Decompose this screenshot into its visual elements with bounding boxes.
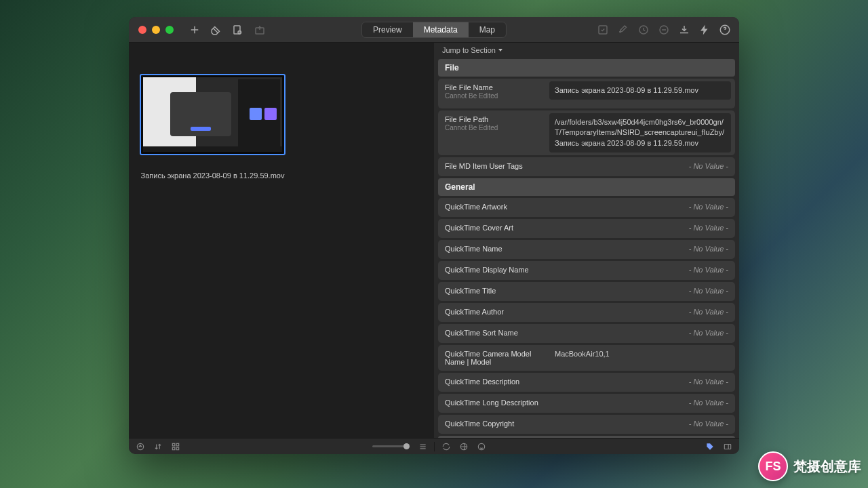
row-file-name[interactable]: File File Name Cannot Be Edited Запись э… [438,79,735,108]
traffic-lights [138,26,174,34]
nav-icon[interactable] [136,442,145,451]
svg-rect-15 [176,447,179,450]
row-qt-artwork[interactable]: QuickTime Artwork - No Value - [438,198,735,217]
grid-icon[interactable] [171,442,180,451]
row-file-path[interactable]: File File Path Cannot Be Edited /var/fol… [438,110,735,155]
sublabel-cannot-edit: Cannot Be Edited [445,92,549,100]
row-qt-sort-name[interactable]: QuickTime Sort Name - No Value - [438,324,735,343]
value-qt-title: - No Value - [496,287,728,295]
maximize-button[interactable] [165,26,174,34]
bolt-icon[interactable] [698,24,711,36]
value-qt-copyright: - No Value - [514,420,728,428]
bottom-bar [129,438,739,454]
label-qt-camera-model: QuickTime Camera Model Name | Model [445,350,549,366]
metadata-pane: Jump to Section File File File Name Cann… [434,43,739,438]
svg-rect-3 [234,26,240,34]
metadata-list[interactable]: File File File Name Cannot Be Edited Зап… [434,58,739,438]
value-qt-artwork: - No Value - [507,203,728,211]
label-qt-title: QuickTime Title [445,287,496,295]
jump-to-section[interactable]: Jump to Section [434,43,739,58]
row-qt-display-name[interactable]: QuickTime Display Name - No Value - [438,261,735,280]
app-window: Preview Metadata Map [129,17,739,454]
label-file-name: File File Name [445,83,549,92]
sublabel-cannot-edit: Cannot Be Edited [445,124,549,131]
thumbnail-image [140,74,285,155]
export-icon[interactable] [254,24,266,36]
label-qt-description: QuickTime Description [445,378,519,386]
row-qt-title[interactable]: QuickTime Title - No Value - [438,282,735,301]
thumbnail-item[interactable]: Запись экрана 2023-08-09 в 11.29.59.mov [140,74,285,180]
svg-point-20 [478,443,484,449]
watermark-badge: FS [758,451,788,481]
toolbar-right-icons [597,24,731,36]
label-qt-artwork: QuickTime Artwork [445,203,507,211]
label-qt-copyright: QuickTime Copyright [445,420,514,428]
label-qt-display-name: QuickTime Display Name [445,266,529,274]
row-qt-long-description[interactable]: QuickTime Long Description - No Value - [438,394,735,413]
thumbnail-filename: Запись экрана 2023-08-09 в 11.29.59.mov [140,171,285,180]
brush-icon[interactable] [617,24,629,36]
value-qt-display-name: - No Value - [529,266,728,274]
tab-metadata[interactable]: Metadata [413,22,469,37]
help-icon[interactable] [719,24,731,36]
reload-icon[interactable] [441,442,451,451]
value-file-path: /var/folders/b3/sxw4j50d44jcm0hg3rs6v_br… [549,113,731,152]
row-qt-author[interactable]: QuickTime Author - No Value - [438,303,735,322]
geo-icon[interactable] [459,442,469,451]
thumbnail-pane: Запись экрана 2023-08-09 в 11.29.59.mov [129,43,434,438]
download-icon[interactable] [678,24,690,36]
value-qt-sort-name: - No Value - [518,329,728,337]
row-user-tags[interactable]: File MD Item User Tags - No Value - [438,157,735,176]
value-qt-name: - No Value - [502,245,728,253]
value-user-tags: - No Value - [523,162,728,170]
erase-icon[interactable] [210,24,222,36]
row-qt-camera-model[interactable]: QuickTime Camera Model Name | Model MacB… [438,345,735,371]
edit-icon[interactable] [597,24,609,36]
zoom-slider[interactable] [372,445,410,447]
toolbar-left-icons [189,24,266,36]
row-qt-name[interactable]: QuickTime Name - No Value - [438,240,735,259]
sort-icon[interactable] [153,442,163,451]
label-qt-long-description: QuickTime Long Description [445,399,538,407]
minimize-button[interactable] [152,26,160,34]
row-qt-description[interactable]: QuickTime Description - No Value - [438,373,735,392]
value-qt-author: - No Value - [504,308,728,316]
smile-icon[interactable] [477,442,486,451]
content-area: Запись экрана 2023-08-09 в 11.29.59.mov … [129,43,739,438]
value-qt-camera-model: MacBookAir10,1 [549,350,728,358]
inspect-icon[interactable] [232,24,244,36]
tab-map[interactable]: Map [469,22,506,37]
add-icon[interactable] [189,24,201,36]
value-qt-description: - No Value - [519,378,728,386]
panel-icon[interactable] [723,442,732,451]
close-button[interactable] [138,26,146,34]
svg-rect-21 [724,444,730,449]
remove-icon[interactable] [658,24,670,36]
label-qt-sort-name: QuickTime Sort Name [445,329,518,337]
label-qt-name: QuickTime Name [445,245,502,253]
label-file-path: File File Path [445,115,549,123]
view-mode-tabs: Preview Metadata Map [361,22,507,38]
watermark: FS 梵摄创意库 [758,451,861,481]
label-qt-author: QuickTime Author [445,308,504,316]
row-qt-coverart[interactable]: QuickTime Cover Art - No Value - [438,219,735,238]
section-file: File [438,59,735,77]
tag-icon[interactable] [705,442,715,451]
value-file-name: Запись экрана 2023-08-09 в 11.29.59.mov [549,81,731,100]
list-icon[interactable] [418,442,427,451]
svg-rect-14 [172,447,175,450]
row-qt-copyright[interactable]: QuickTime Copyright - No Value - [438,415,735,434]
titlebar: Preview Metadata Map [129,17,739,43]
label-user-tags: File MD Item User Tags [445,162,523,170]
svg-rect-13 [176,443,179,446]
value-qt-long-description: - No Value - [538,399,728,407]
value-qt-coverart: - No Value - [513,224,728,232]
tab-preview[interactable]: Preview [362,22,413,37]
clock-icon[interactable] [637,24,650,36]
watermark-text: 梵摄创意库 [793,458,861,476]
label-qt-coverart: QuickTime Cover Art [445,224,513,232]
section-general: General [438,178,735,196]
svg-rect-12 [172,443,175,446]
